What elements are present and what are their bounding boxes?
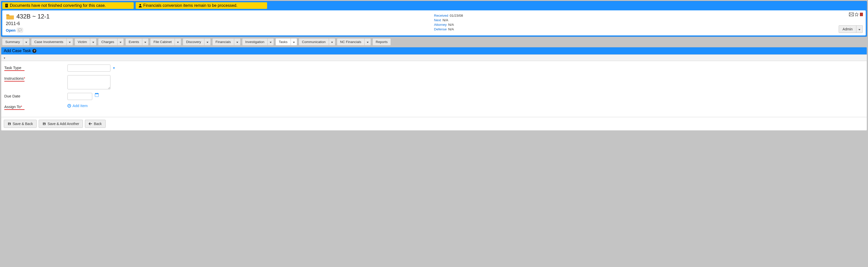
svg-rect-12 [97,93,98,94]
admin-button[interactable]: Admin [839,25,863,33]
case-status[interactable]: Open [6,28,16,32]
collapse-bar[interactable]: ▾ [1,54,867,61]
case-title: 432B ~ 12-1 [17,13,50,20]
section-title: Add Case Task [4,49,31,53]
chevron-down-icon [25,42,27,43]
tab-filecabinet[interactable]: File Cabinet [150,38,181,46]
tab-investigation[interactable]: Investigation [242,38,274,46]
tab-events[interactable]: Events [125,38,149,46]
back-label: Back [94,122,101,126]
tab-involvements-label[interactable]: Case Involvements [31,38,67,46]
tab-communication[interactable]: Communication [299,38,335,46]
tab-filecabinet-label[interactable]: File Cabinet [150,38,175,46]
task-type-select[interactable] [67,64,111,72]
tab-charges-caret[interactable] [118,38,124,46]
tab-communication-label[interactable]: Communication [299,38,329,46]
tab-filecabinet-caret[interactable] [175,38,181,46]
tab-events-label[interactable]: Events [125,38,142,46]
tab-discovery-label[interactable]: Discovery [183,38,204,46]
svg-rect-16 [43,124,45,125]
tab-ncfinancials-label[interactable]: NC Financials [337,38,365,46]
svg-rect-15 [43,123,45,124]
tab-ncfinancials-caret[interactable] [365,38,371,46]
meta-received-label[interactable]: Received [434,14,448,18]
tab-charges-label[interactable]: Charges [98,38,118,46]
alert-documents-text: Documents have not finished converting f… [10,3,106,8]
admin-button-caret[interactable] [857,25,863,33]
label-task-type: Task Type [4,64,67,70]
case-subtitle: 2011-6 [6,21,434,26]
tab-summary-caret[interactable] [23,38,30,46]
tab-victim-caret[interactable] [90,38,96,46]
tab-ncfinancials[interactable]: NC Financials [337,38,371,46]
meta-attorney-label[interactable]: Attorney [434,23,447,27]
meta-attorney-val: N/A [448,23,454,27]
plus-circle-icon: + [67,104,71,108]
meta-next-label[interactable]: Next [434,18,441,22]
task-type-caret[interactable]: ▼ [113,66,116,70]
tab-charges[interactable]: Charges [98,38,124,46]
alert-financials-text: Financials conversion items remain to be… [143,3,238,8]
chevron-down-icon [236,42,238,43]
tab-involvements-caret[interactable] [67,38,73,46]
star-icon[interactable] [855,12,859,17]
chevron-down-icon [69,42,71,43]
save-back-button[interactable]: Save & Back [4,120,37,128]
meta-received-val: 01/23/08 [450,14,463,18]
case-status-badge[interactable] [17,28,23,32]
tab-investigation-caret[interactable] [268,38,274,46]
tab-victim-label[interactable]: Victim [74,38,90,46]
tab-tasks-caret[interactable] [291,38,297,46]
tab-financials-label[interactable]: Financials [212,38,234,46]
admin-button-label[interactable]: Admin [839,25,857,33]
chat-icon [18,29,22,32]
chevron-down-icon [177,42,179,43]
chevron-down-icon [270,42,272,43]
tab-involvements[interactable]: Case Involvements [31,38,73,46]
tab-victim[interactable]: Victim [74,38,97,46]
tab-financials-caret[interactable] [234,38,241,46]
alert-documents: Documents have not finished converting f… [2,2,134,9]
tab-discovery[interactable]: Discovery [183,38,211,46]
arrow-left-icon [89,122,92,125]
label-instructions: Instructions* [4,75,67,80]
chevron-down-icon [859,29,861,30]
label-assign-to: Assign To* [4,104,67,109]
chevron-down-icon [293,42,295,43]
chevron-down-icon [120,42,122,43]
instructions-textarea[interactable] [67,75,111,89]
add-item-link[interactable]: + Add Item [67,104,88,108]
book-icon[interactable] [860,12,863,17]
tab-events-caret[interactable] [142,38,149,46]
due-date-input[interactable] [67,93,92,100]
chevron-down-icon: ▾ [4,56,5,60]
help-icon[interactable]: ? [32,49,36,53]
tab-investigation-label[interactable]: Investigation [242,38,268,46]
label-due-date: Due Date [4,93,67,98]
chevron-down-icon [207,42,209,43]
mail-icon[interactable] [849,12,854,16]
tab-tasks[interactable]: Tasks [275,38,297,46]
tab-tasks-label[interactable]: Tasks [275,38,291,46]
chevron-down-icon [144,42,146,43]
tab-summary-label[interactable]: Summary [2,38,23,46]
section-header: Add Case Task ? [1,47,867,54]
meta-defense-val: N/A [448,27,454,31]
save-add-another-button[interactable]: Save & Add Another [39,120,83,128]
person-icon [138,3,142,7]
tab-financials[interactable]: Financials [212,38,241,46]
svg-rect-11 [96,93,96,94]
svg-rect-1 [6,4,7,5]
svg-point-4 [140,4,141,5]
button-row: Save & Back Save & Add Another Back [1,117,867,131]
tab-summary[interactable]: Summary [2,38,30,46]
back-button[interactable]: Back [85,120,105,128]
calendar-icon[interactable] [95,93,99,98]
tab-discovery-caret[interactable] [205,38,211,46]
meta-defense-label[interactable]: Defense [434,27,447,31]
tab-communication-caret[interactable] [329,38,335,46]
tab-reports-label[interactable]: Reports [372,38,391,46]
tab-reports[interactable]: Reports [372,38,391,46]
chevron-down-icon [92,42,94,43]
save-icon [7,122,11,126]
